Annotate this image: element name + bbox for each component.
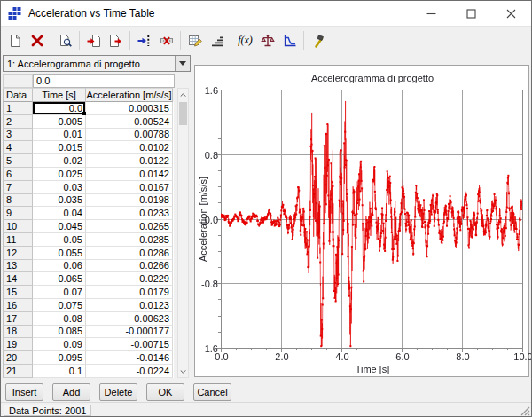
row-header[interactable]: 4 xyxy=(3,141,33,154)
cell-acceleration[interactable]: -0.000177 xyxy=(86,326,173,339)
cell-time[interactable]: 0.025 xyxy=(33,168,86,181)
delete-point-button[interactable] xyxy=(155,29,177,51)
cell-time[interactable]: 0.05 xyxy=(33,233,86,247)
cell-acceleration[interactable]: 0.0179 xyxy=(86,286,173,299)
row-header[interactable]: 6 xyxy=(3,168,33,181)
cell-time[interactable]: 0.005 xyxy=(33,115,86,129)
cell-acceleration[interactable]: 0.0102 xyxy=(86,141,173,154)
cell-acceleration[interactable]: 0.00524 xyxy=(86,115,173,129)
row-header[interactable]: 20 xyxy=(3,351,33,365)
cell-acceleration[interactable]: 0.00788 xyxy=(86,129,173,142)
cell-acceleration[interactable]: 0.0122 xyxy=(86,154,173,168)
cell-time[interactable]: 0.1 xyxy=(33,365,86,378)
insert-point-button[interactable] xyxy=(133,29,155,51)
minimize-button[interactable] xyxy=(411,1,451,26)
cell-acceleration[interactable]: 0.0123 xyxy=(86,299,173,312)
scrollbar-thumb[interactable] xyxy=(179,102,187,125)
cell-acceleration[interactable]: 0.0266 xyxy=(86,260,173,273)
cell-time[interactable]: 0.045 xyxy=(33,220,86,233)
ok-button[interactable]: OK xyxy=(146,383,184,401)
cell-acceleration[interactable]: 0.00623 xyxy=(86,312,173,326)
scale-button[interactable] xyxy=(256,29,278,51)
cell-value-input[interactable]: 0.0 xyxy=(33,74,175,88)
export-file-icon xyxy=(109,34,123,48)
cell-acceleration[interactable]: 0.0167 xyxy=(86,181,173,194)
row-header[interactable]: 13 xyxy=(3,260,33,273)
row-header[interactable]: 8 xyxy=(3,194,33,208)
row-header[interactable]: 10 xyxy=(3,220,33,233)
scroll-down-button[interactable] xyxy=(178,366,188,377)
cell-time[interactable]: 0.08 xyxy=(33,312,86,326)
plot-button[interactable] xyxy=(278,29,301,51)
edit-cells-button[interactable] xyxy=(184,29,206,51)
sort-button[interactable] xyxy=(206,29,228,51)
cell-acceleration[interactable]: -0.00715 xyxy=(86,338,173,351)
cell-time[interactable]: 0.07 xyxy=(33,286,86,299)
cell-acceleration[interactable]: 0.0286 xyxy=(86,247,173,260)
row-header[interactable]: 3 xyxy=(3,129,33,142)
cell-acceleration[interactable]: -0.0146 xyxy=(86,351,173,365)
table-scrollbar[interactable] xyxy=(177,88,189,378)
cell-time[interactable]: 0.055 xyxy=(33,247,86,260)
scroll-up-button[interactable] xyxy=(178,89,188,100)
insert-button[interactable]: Insert xyxy=(5,383,43,401)
cell-time[interactable]: 0.06 xyxy=(33,260,86,273)
row-header[interactable]: 18 xyxy=(3,326,33,339)
maximize-button[interactable] xyxy=(451,1,491,26)
cell-time[interactable]: 0.015 xyxy=(33,141,86,154)
clear-button[interactable] xyxy=(26,29,48,51)
cell-acceleration[interactable]: 0.0198 xyxy=(86,194,173,208)
cancel-button[interactable]: Cancel xyxy=(193,383,231,401)
print-preview-button[interactable] xyxy=(54,29,76,51)
row-header[interactable]: 14 xyxy=(3,272,33,286)
row-header[interactable]: 15 xyxy=(3,286,33,299)
resize-grip-icon[interactable] xyxy=(519,405,530,416)
cell-time[interactable]: 0.085 xyxy=(33,326,86,339)
cell-time[interactable]: 0.03 xyxy=(33,181,86,194)
cell-acceleration[interactable]: 0.0229 xyxy=(86,272,173,286)
cell-time[interactable]: 0.09 xyxy=(33,338,86,351)
cell-acceleration[interactable]: 0.0142 xyxy=(86,168,173,181)
column-header-acceleration[interactable]: Acceleration [m/s/s] xyxy=(86,88,173,102)
column-header-time[interactable]: Time [s] xyxy=(33,88,86,102)
new-button[interactable] xyxy=(4,29,26,51)
import-button[interactable] xyxy=(82,29,105,51)
series-selector[interactable]: 1: Accelerogramma di progetto xyxy=(3,55,191,72)
cell-acceleration[interactable]: 0.000315 xyxy=(86,102,173,115)
app-icon xyxy=(8,6,22,20)
cell-time[interactable]: 0.065 xyxy=(33,272,86,286)
selected-cell-time[interactable]: 0.0 xyxy=(33,102,86,115)
row-header[interactable]: 1 xyxy=(3,102,33,115)
minimize-icon xyxy=(426,9,436,19)
cell-acceleration[interactable]: -0.0224 xyxy=(86,365,173,378)
chart-icon xyxy=(283,34,297,48)
row-header[interactable]: 21 xyxy=(3,365,33,378)
row-header[interactable]: 16 xyxy=(3,299,33,312)
row-header[interactable]: 12 xyxy=(3,247,33,260)
cell-time[interactable]: 0.035 xyxy=(33,194,86,208)
function-button[interactable]: f(x) xyxy=(234,29,256,51)
cell-acceleration[interactable]: 0.0233 xyxy=(86,207,173,220)
sort-icon xyxy=(210,34,224,48)
cell-acceleration[interactable]: 0.0265 xyxy=(86,220,173,233)
close-button[interactable] xyxy=(491,1,531,26)
delete-button[interactable]: Delete xyxy=(99,383,137,401)
row-header[interactable]: 9 xyxy=(3,207,33,220)
row-header[interactable]: 11 xyxy=(3,233,33,247)
add-button[interactable]: Add xyxy=(52,383,90,401)
row-header[interactable]: 7 xyxy=(3,181,33,194)
row-header[interactable]: 5 xyxy=(3,154,33,168)
export-button[interactable] xyxy=(105,29,127,51)
tools-button[interactable] xyxy=(307,29,329,51)
cell-time[interactable]: 0.04 xyxy=(33,207,86,220)
cell-acceleration[interactable]: 0.0285 xyxy=(86,233,173,247)
cell-time[interactable]: 0.01 xyxy=(33,129,86,142)
row-header[interactable]: 19 xyxy=(3,338,33,351)
chevron-down-icon[interactable] xyxy=(175,56,190,71)
row-header[interactable]: 17 xyxy=(3,312,33,326)
row-header[interactable]: 2 xyxy=(3,115,33,129)
cell-time[interactable]: 0.02 xyxy=(33,154,86,168)
cell-time[interactable]: 0.075 xyxy=(33,299,86,312)
cell-time[interactable]: 0.095 xyxy=(33,351,86,365)
column-header-data[interactable]: Data xyxy=(3,88,33,102)
